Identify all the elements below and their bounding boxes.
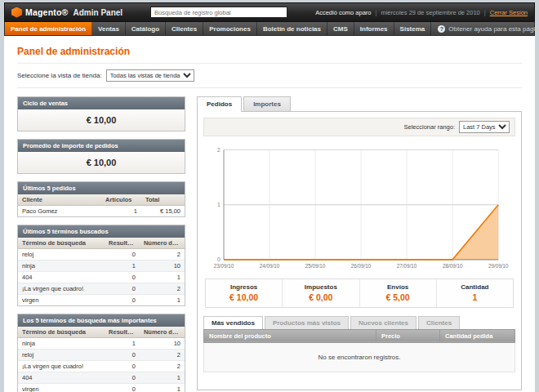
range-select[interactable]: Last 7 Days (459, 121, 510, 133)
store-view-label: Seleccione la vista de tienda: (17, 72, 102, 79)
nav-item-dashboard[interactable]: Panel de administración (5, 22, 92, 35)
grid-empty-message: No se encontraron registros. (204, 342, 515, 372)
top-search-terms-panel: Los 5 términos de búsqueda más important… (17, 314, 185, 392)
last-orders-table: Cliente Artículos Total Paco Gomez 1 € 1… (18, 194, 185, 216)
svg-text:1: 1 (217, 202, 220, 207)
search-term-row[interactable]: ¡La virgen que cuadro! 0 2 (18, 361, 185, 372)
lifetime-sales-value: € 10,00 (18, 109, 185, 131)
nav-item-catalogo[interactable]: Catálogo (126, 22, 166, 35)
dashboard-board: Seleccionar rango: Last 7 Days 01223/09/… (197, 111, 522, 390)
store-view-select[interactable]: Todas las vistas de tienda (106, 69, 194, 82)
nav-item-informes[interactable]: Informes (354, 22, 394, 35)
average-orders-value: € 10,00 (18, 152, 185, 173)
orders-chart: 01223/09/1024/09/1025/09/1026/09/1027/09… (207, 143, 512, 274)
range-bar: Seleccionar rango: Last 7 Days (203, 118, 515, 136)
nav-item-boletin[interactable]: Boletín de noticias (257, 22, 327, 35)
global-search-input[interactable] (150, 7, 287, 18)
main-nav: Panel de administración Ventas Catálogo … (4, 22, 535, 36)
last-search-terms-panel: Últimos 5 términos buscados Término de b… (17, 225, 185, 306)
lifetime-sales-title: Ciclo de ventas (18, 97, 185, 109)
svg-text:27/09/10: 27/09/10 (397, 263, 417, 269)
nav-item-sistema[interactable]: Sistema (394, 22, 432, 35)
svg-text:25/09/10: 25/09/10 (305, 263, 326, 269)
svg-text:2: 2 (217, 147, 220, 153)
nav-item-ventas[interactable]: Ventas (92, 22, 126, 35)
orders-chart-wrap: 01223/09/1024/09/1025/09/1026/09/1027/09… (203, 136, 515, 274)
dashboard-totals: Ingresos € 10,00 Impuestos € 0,00 Envíos… (205, 278, 514, 308)
last-search-terms-table: Término de búsqueda Resultados Número de… (18, 238, 185, 305)
dashboard-main: Pedidos Importes Seleccionar rango: Last… (197, 96, 522, 392)
page-help-link[interactable]: ? Obtener ayuda para esta página (431, 22, 539, 35)
tab-pedidos[interactable]: Pedidos (197, 96, 242, 112)
page-title: Panel de administración (17, 41, 522, 64)
nav-item-promociones[interactable]: Promociones (203, 22, 257, 35)
range-label: Seleccionar rango: (403, 123, 455, 131)
content-area: Panel de administración Seleccione la vi… (4, 36, 535, 392)
total-ingresos: Ingresos € 10,00 (206, 279, 282, 307)
search-term-row[interactable]: 404 0 1 (18, 272, 185, 283)
dashboard-tabs: Pedidos Importes (197, 96, 522, 111)
help-icon: ? (438, 25, 445, 33)
total-envios: Envíos € 5,00 (359, 279, 436, 307)
last-search-terms-title: Últimos 5 términos buscados (18, 225, 185, 238)
current-date-text: miércoles 29 de septiembre de 2010 (381, 9, 479, 16)
logged-in-as-text: Accedió como aparo (315, 9, 371, 16)
tab-productos-mas-vistos[interactable]: Productos más vistos (265, 316, 349, 329)
grid-tabs: Más vendidos Productos más vistos Nuevos… (203, 316, 515, 329)
order-row[interactable]: Paco Gomez 1 € 15,00 (18, 206, 185, 217)
svg-text:28/09/10: 28/09/10 (443, 263, 463, 269)
last-orders-title: Últimos 5 pedidos (18, 182, 185, 194)
store-view-row: Seleccione la vista de tienda: Todas las… (17, 64, 522, 88)
top-search-terms-title: Los 5 términos de búsqueda más important… (18, 314, 185, 327)
tab-clientes[interactable]: Clientes (418, 316, 460, 329)
tab-nuevos-clientes[interactable]: Nuevos clientes (350, 316, 416, 329)
lifetime-sales-panel: Ciclo de ventas € 10,00 (17, 96, 185, 131)
help-link-label: Obtener ayuda para esta página (448, 25, 539, 33)
average-orders-panel: Promedio de importe de pedidos € 10,00 (17, 139, 185, 174)
search-term-row[interactable]: virgen 0 1 (18, 295, 185, 306)
header-session-info: Accedió como aparo | miércoles 29 de sep… (315, 9, 528, 16)
search-term-row[interactable]: ninja 1 10 (18, 338, 185, 350)
header-bar: Magento® Admin Panel Accedió como aparo … (4, 2, 535, 22)
search-term-row[interactable]: reloj 0 2 (18, 249, 185, 261)
magento-logo-icon (11, 7, 22, 18)
search-term-row[interactable]: 404 0 1 (18, 372, 185, 384)
svg-text:23/09/10: 23/09/10 (214, 263, 234, 269)
search-term-row[interactable]: reloj 0 2 (18, 350, 185, 361)
search-term-row[interactable]: virgen 0 1 (18, 384, 185, 392)
svg-text:0: 0 (217, 256, 220, 262)
total-impuestos: Impuestos € 0,00 (282, 279, 359, 307)
nav-item-clientes[interactable]: Clientes (166, 22, 203, 35)
admin-page: Magento® Admin Panel Accedió como aparo … (4, 2, 535, 392)
brand-name: Magento® (25, 7, 69, 17)
total-cantidad: Cantidad 1 (436, 279, 513, 307)
svg-text:24/09/10: 24/09/10 (260, 263, 280, 269)
svg-text:26/09/10: 26/09/10 (351, 263, 372, 269)
last-orders-panel: Últimos 5 pedidos Cliente Artículos Tota… (17, 181, 185, 217)
bestsellers-grid: Nombre del producto Precio Cantidad pedi… (203, 329, 515, 372)
left-column: Ciclo de ventas € 10,00 Promedio de impo… (17, 96, 185, 392)
magento-logo[interactable]: Magento® Admin Panel (11, 7, 122, 18)
average-orders-title: Promedio de importe de pedidos (18, 140, 185, 152)
search-term-row[interactable]: ninja 1 10 (18, 261, 185, 272)
nav-item-cms[interactable]: CMS (327, 22, 354, 35)
svg-text:29/09/10: 29/09/10 (488, 263, 509, 269)
brand-suffix: Admin Panel (74, 8, 123, 17)
logout-link[interactable]: Cerrar Sesión (490, 9, 528, 16)
search-term-row[interactable]: ¡La virgen que cuadro! 0 2 (18, 283, 185, 295)
tab-mas-vendidos[interactable]: Más vendidos (203, 316, 263, 329)
tab-importes[interactable]: Importes (243, 96, 291, 111)
top-search-terms-table: Término de búsqueda Resultados Número de… (18, 327, 185, 392)
